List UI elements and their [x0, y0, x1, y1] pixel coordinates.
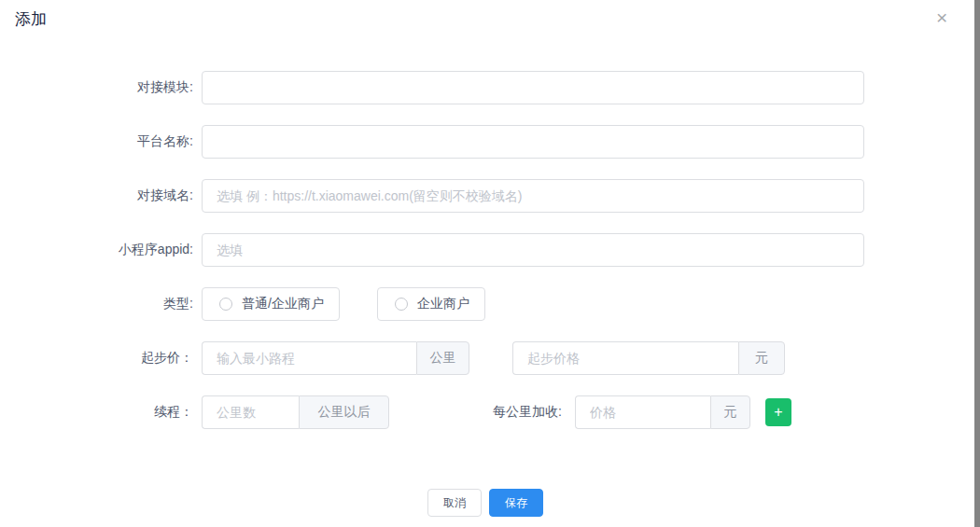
per-km-price-input[interactable] [575, 395, 710, 429]
type-label: 类型: [0, 296, 193, 312]
vertical-scrollbar[interactable] [974, 0, 980, 527]
form-row-renewal: 续程： 公里以后 每公里加收: 元 + [0, 395, 971, 429]
yuan-unit-label: 元 [710, 395, 750, 429]
renewal-label: 续程： [0, 404, 193, 421]
cancel-button[interactable]: 取消 [427, 489, 482, 517]
radio-icon [219, 298, 232, 311]
renewal-km-input[interactable] [202, 395, 299, 429]
module-label: 对接模块: [0, 79, 193, 96]
domain-input[interactable] [202, 179, 864, 213]
base-price-label: 起步价： [0, 350, 193, 367]
yuan-unit-label: 元 [738, 341, 785, 375]
min-distance-input[interactable] [202, 341, 416, 375]
min-distance-group: 公里 [202, 341, 469, 375]
start-price-input[interactable] [512, 341, 738, 375]
domain-label: 对接域名: [0, 187, 193, 204]
form-row-platform-name: 平台名称: [0, 125, 971, 159]
appid-input[interactable] [202, 233, 864, 267]
form-row-module: 对接模块: [0, 71, 971, 104]
platform-name-input[interactable] [202, 125, 864, 159]
platform-name-label: 平台名称: [0, 133, 193, 150]
appid-label: 小程序appid: [0, 242, 193, 258]
form-row-base-price: 起步价： 公里 元 [0, 341, 971, 375]
renewal-distance-group: 公里以后 [202, 395, 389, 429]
form-row-appid: 小程序appid: [0, 233, 971, 267]
per-km-surcharge-label: 每公里加收: [493, 404, 562, 421]
modal-title: 添加 [15, 8, 47, 30]
start-price-group: 元 [512, 341, 785, 375]
close-icon[interactable]: × [936, 7, 947, 27]
after-km-unit-label: 公里以后 [299, 395, 389, 429]
radio-icon [395, 298, 408, 311]
add-form: 对接模块: 平台名称: 对接域名: 小程序appid: 类型: 普通/企业商户 … [0, 71, 971, 450]
type-option-enterprise-merchant[interactable]: 企业商户 [377, 287, 485, 321]
radio-option-label: 普通/企业商户 [242, 296, 324, 312]
modal-footer: 取消 保存 [0, 489, 971, 517]
module-input[interactable] [202, 71, 864, 104]
per-km-price-group: 元 [575, 395, 750, 429]
form-row-domain: 对接域名: [0, 179, 971, 213]
km-unit-label: 公里 [416, 341, 469, 375]
form-row-type: 类型: 普通/企业商户 企业商户 [0, 287, 971, 321]
add-rate-button[interactable]: + [765, 398, 791, 426]
save-button[interactable]: 保存 [489, 489, 543, 517]
type-option-normal-merchant[interactable]: 普通/企业商户 [202, 287, 340, 321]
radio-option-label: 企业商户 [417, 296, 469, 312]
